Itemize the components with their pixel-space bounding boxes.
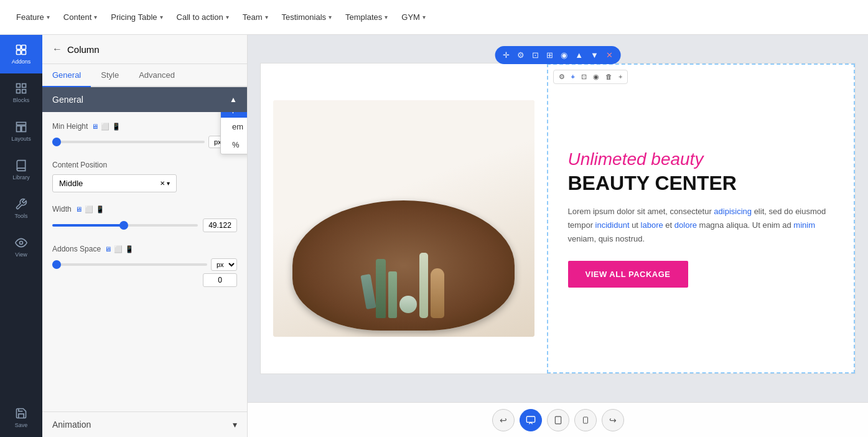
sidebar-item-addons[interactable]: Addons (0, 35, 42, 73)
tools-icon (15, 198, 27, 210)
svg-rect-6 (22, 90, 26, 93)
col-copy-btn[interactable]: ⊡ (579, 72, 589, 82)
section-title: General (52, 95, 83, 105)
tab-general[interactable]: General (42, 64, 91, 87)
tab-advanced[interactable]: Advanced (129, 64, 185, 87)
mobile-icon[interactable]: 📱 (96, 205, 105, 214)
col-delete-btn[interactable]: 🗑 (603, 72, 615, 82)
chevron-down-icon: ▾ (233, 420, 237, 430)
content-position-label: Content Position (52, 161, 237, 169)
link-adipisicing[interactable]: adipisicing (714, 207, 752, 216)
chevron-up-icon[interactable]: ▲ (230, 95, 237, 104)
panel-tabs: General Style Advanced (42, 64, 247, 87)
width-value-input[interactable] (203, 218, 237, 232)
chevron-down-icon: ▾ (160, 14, 163, 21)
desktop-icon[interactable]: 🖥 (105, 245, 111, 253)
addons-space-value[interactable] (203, 273, 237, 287)
animation-section[interactable]: Animation ▾ (42, 411, 247, 437)
product-display (273, 100, 534, 337)
content-area: ✛ ⚙ ⊡ ⊞ ◉ ▲ ▼ ✕ (248, 35, 868, 437)
desktop-view-button[interactable] (520, 409, 542, 431)
device-icons-addons: 🖥 ⬜ 📱 (105, 245, 134, 253)
unit-option-em[interactable]: em (221, 118, 247, 136)
back-button[interactable]: ← (52, 44, 62, 55)
tablet-icon[interactable]: ⬜ (114, 245, 123, 253)
nav-templates[interactable]: Templates ▾ (339, 7, 394, 27)
toolbar-down-btn[interactable]: ▼ (587, 49, 602, 62)
tab-style[interactable]: Style (91, 64, 129, 87)
addons-space-slider[interactable] (52, 263, 207, 266)
toolbar-save-btn[interactable]: ⊞ (543, 49, 556, 62)
nav-menu: Feature ▾ Content ▾ Pricing Table ▾ Call… (10, 7, 858, 27)
nav-gym[interactable]: GYM ▾ (395, 7, 432, 27)
toolbar-eye-btn[interactable]: ◉ (558, 49, 571, 62)
sidebar-label-blocks: Blocks (13, 97, 30, 103)
view-all-package-button[interactable]: VIEW ALL PACKAGE (568, 261, 688, 288)
toolbar-copy-btn[interactable]: ⊡ (529, 49, 542, 62)
panel-content: Min Height 🖥 ⬜ 📱 px em % (42, 112, 247, 411)
image-column (261, 63, 547, 374)
redo-button[interactable]: ↪ (602, 409, 624, 431)
text-column: ⚙ + ⊡ ◉ 🗑 + Unlimeted beauty BEAUTY CENT… (547, 63, 856, 374)
tablet-icon (554, 415, 562, 425)
product-brush (431, 268, 444, 318)
mobile-icon[interactable]: 📱 (112, 123, 121, 131)
addons-space-label: Addons Space 🖥 ⬜ 📱 (52, 245, 237, 253)
svg-rect-1 (22, 45, 26, 50)
sidebar-label-layouts: Layouts (11, 136, 31, 142)
toolbar-up-btn[interactable]: ▲ (572, 49, 586, 62)
toolbar-settings-btn[interactable]: ⚙ (514, 49, 528, 62)
desktop-icon[interactable]: 🖥 (91, 123, 98, 131)
svg-rect-8 (17, 123, 26, 125)
layouts-icon (15, 121, 27, 133)
nav-feature[interactable]: Feature ▾ (10, 7, 56, 27)
float-toolbar: ✛ ⚙ ⊡ ⊞ ◉ ▲ ▼ ✕ (495, 46, 621, 64)
sidebar-item-save[interactable]: Save (0, 398, 42, 437)
col-add-btn[interactable]: + (569, 72, 577, 82)
unit-option-percent[interactable]: % (221, 136, 247, 154)
link-dolore[interactable]: dolore (674, 220, 697, 230)
undo-button[interactable]: ↩ (492, 409, 515, 431)
unit-option-px[interactable]: px (221, 112, 247, 118)
sidebar-item-layouts[interactable]: Layouts (0, 112, 42, 151)
mobile-view-button[interactable] (574, 409, 597, 431)
save-icon (15, 407, 27, 420)
svg-rect-4 (17, 84, 21, 88)
nav-call-to-action[interactable]: Call to action ▾ (170, 7, 235, 27)
link-labore[interactable]: labore (641, 220, 663, 230)
width-slider[interactable] (52, 224, 198, 227)
chevron-down-icon: ▾ (47, 14, 50, 21)
page-canvas: ⚙ + ⊡ ◉ 🗑 + Unlimeted beauty BEAUTY CENT… (260, 63, 856, 374)
sidebar-item-view[interactable]: View (0, 228, 42, 266)
nav-testimonials[interactable]: Testimonials ▾ (276, 7, 338, 27)
addons-space-unit[interactable]: px (211, 258, 237, 271)
col-eye-btn[interactable]: ◉ (590, 72, 602, 82)
col-more-btn[interactable]: + (616, 72, 625, 82)
product-spray (419, 253, 428, 318)
tablet-icon[interactable]: ⬜ (101, 123, 110, 131)
link-incididunt[interactable]: incididunt (595, 220, 630, 230)
tablet-view-button[interactable] (547, 409, 569, 431)
content-position-select[interactable]: Middle ✕ ▾ (52, 174, 177, 192)
col-settings-btn[interactable]: ⚙ (556, 72, 567, 82)
sidebar-item-tools[interactable]: Tools (0, 189, 42, 228)
toolbar-delete-btn[interactable]: ✕ (603, 49, 616, 62)
unit-dropdown[interactable]: px em % (220, 112, 247, 154)
nav-content[interactable]: Content ▾ (57, 7, 104, 27)
nav-team[interactable]: Team ▾ (236, 7, 274, 27)
toolbar-move-btn[interactable]: ✛ (500, 49, 513, 62)
svg-rect-2 (17, 50, 21, 55)
product-jar (399, 296, 417, 313)
link-minim[interactable]: minim (793, 220, 815, 230)
svg-rect-12 (526, 416, 534, 422)
min-height-slider[interactable] (52, 141, 205, 143)
product-items (363, 253, 444, 318)
nav-pricing-table[interactable]: Pricing Table ▾ (105, 7, 169, 27)
desktop-icon[interactable]: 🖥 (75, 205, 82, 214)
tablet-icon[interactable]: ⬜ (85, 205, 93, 214)
mobile-icon[interactable]: 📱 (125, 245, 134, 253)
sidebar-item-library[interactable]: Library (0, 151, 42, 189)
sidebar-item-blocks[interactable]: Blocks (0, 73, 42, 112)
sidebar-label-tools: Tools (14, 213, 27, 219)
min-height-label: Min Height 🖥 ⬜ 📱 (52, 122, 237, 131)
